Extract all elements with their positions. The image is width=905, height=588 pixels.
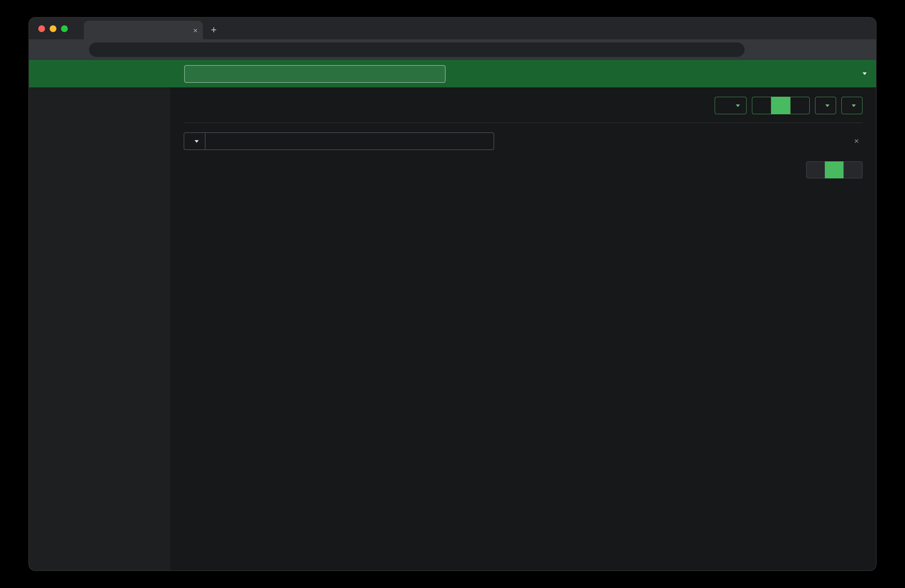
caret-down-icon bbox=[825, 104, 829, 107]
window-controls bbox=[38, 25, 68, 32]
document-grid bbox=[184, 185, 862, 196]
toolbar-icons bbox=[750, 43, 870, 57]
documents-page: × bbox=[170, 87, 876, 571]
forward-button[interactable] bbox=[52, 42, 67, 57]
profile-avatar-icon bbox=[841, 46, 849, 54]
reload-button[interactable] bbox=[68, 42, 84, 57]
browser-window: × + bbox=[29, 17, 876, 571]
user-avatar-icon bbox=[847, 68, 859, 80]
extensions-puzzle-icon bbox=[806, 46, 814, 54]
side-panel-button[interactable] bbox=[820, 43, 835, 57]
filter-text-input[interactable] bbox=[205, 132, 494, 150]
caret-down-icon bbox=[195, 140, 199, 143]
grid-view-button[interactable] bbox=[771, 97, 791, 114]
page-actions bbox=[714, 97, 862, 114]
global-search bbox=[184, 65, 446, 82]
display-mode-toggle bbox=[752, 97, 810, 114]
app-body: × bbox=[29, 87, 876, 571]
app-header bbox=[29, 60, 876, 87]
previous-page-button[interactable] bbox=[806, 162, 825, 178]
zoom-window-button[interactable] bbox=[61, 25, 68, 32]
paperless-logo-icon bbox=[39, 68, 50, 79]
share-button[interactable] bbox=[750, 43, 764, 57]
detail-view-button[interactable] bbox=[790, 97, 810, 114]
forward-icon bbox=[56, 46, 64, 54]
close-window-button[interactable] bbox=[38, 25, 45, 32]
extensions-button[interactable] bbox=[803, 43, 817, 57]
x-icon: × bbox=[854, 137, 859, 145]
list-view-button[interactable] bbox=[752, 97, 772, 114]
browser-toolbar bbox=[29, 39, 876, 60]
address-bar[interactable] bbox=[89, 43, 745, 57]
share-icon bbox=[753, 46, 761, 54]
app-brand[interactable] bbox=[29, 68, 170, 79]
tab-search-chevron-icon[interactable] bbox=[861, 26, 869, 34]
side-panel-icon bbox=[823, 46, 832, 54]
profile-button[interactable] bbox=[838, 43, 852, 57]
filter-bar: × bbox=[184, 132, 862, 150]
list-view-icon bbox=[757, 101, 766, 109]
minimize-window-button[interactable] bbox=[50, 25, 56, 32]
tab-close-icon[interactable]: × bbox=[193, 25, 198, 34]
back-icon bbox=[39, 46, 47, 54]
browser-titlebar: × + bbox=[29, 17, 876, 39]
status-circle-icon bbox=[788, 46, 796, 54]
user-menu[interactable] bbox=[847, 68, 867, 80]
pagination bbox=[806, 162, 862, 178]
browser-menu-button[interactable] bbox=[855, 43, 870, 57]
tab-favicon-icon bbox=[89, 26, 97, 34]
reload-icon bbox=[72, 46, 80, 54]
filter-field-selector[interactable] bbox=[184, 132, 205, 150]
sort-button[interactable] bbox=[815, 97, 836, 114]
back-button[interactable] bbox=[35, 42, 51, 57]
caret-down-icon bbox=[862, 72, 867, 75]
bookmark-star-icon bbox=[770, 46, 779, 54]
reset-filters-button[interactable]: × bbox=[854, 137, 862, 145]
current-page-button[interactable] bbox=[825, 162, 844, 178]
search-icon bbox=[190, 70, 197, 77]
screen: × + bbox=[0, 0, 905, 588]
browser-tab[interactable]: × bbox=[84, 21, 203, 39]
text-filter-group bbox=[184, 132, 494, 150]
kebab-menu-icon bbox=[859, 46, 867, 54]
views-button[interactable] bbox=[841, 97, 862, 114]
detail-view-icon bbox=[796, 101, 804, 109]
caret-down-icon bbox=[852, 104, 856, 107]
bookmark-button[interactable] bbox=[767, 43, 782, 57]
status-circle-button[interactable] bbox=[785, 43, 799, 57]
sidebar-version-footer bbox=[29, 103, 170, 110]
select-list-icon bbox=[721, 102, 729, 109]
select-button[interactable] bbox=[714, 97, 747, 114]
site-info-icon[interactable] bbox=[95, 46, 102, 53]
paperless-app: × bbox=[29, 60, 876, 571]
search-input[interactable] bbox=[201, 70, 440, 78]
results-row bbox=[184, 162, 862, 178]
page-header bbox=[184, 97, 862, 123]
grid-view-icon bbox=[777, 101, 785, 109]
next-page-button[interactable] bbox=[843, 162, 862, 178]
sidebar bbox=[29, 87, 170, 571]
new-tab-button[interactable]: + bbox=[207, 23, 221, 37]
caret-down-icon bbox=[736, 104, 740, 107]
